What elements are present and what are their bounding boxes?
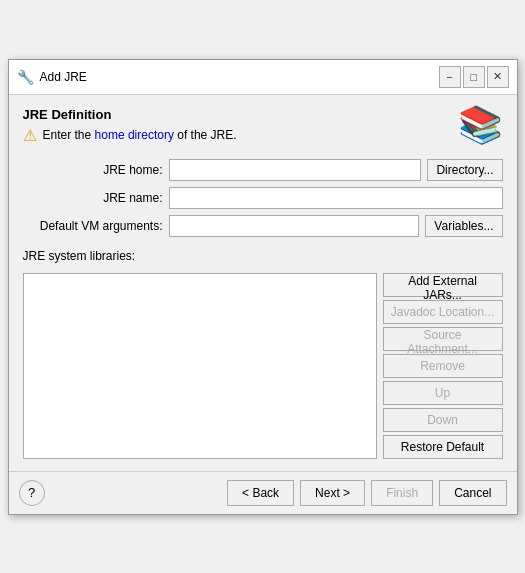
- header-right: 📚: [458, 107, 503, 143]
- libraries-list[interactable]: [23, 273, 377, 459]
- add-external-jars-button[interactable]: Add External JARs...: [383, 273, 503, 297]
- directory-button[interactable]: Directory...: [427, 159, 502, 181]
- window-title: Add JRE: [40, 70, 87, 84]
- back-button[interactable]: < Back: [227, 480, 294, 506]
- vm-args-input[interactable]: [169, 215, 420, 237]
- maximize-button[interactable]: □: [463, 66, 485, 88]
- jre-name-row: JRE name:: [23, 187, 503, 209]
- finish-button[interactable]: Finish: [371, 480, 433, 506]
- source-attachment-button[interactable]: Source Attachment...: [383, 327, 503, 351]
- warning-icon: ⚠: [23, 126, 37, 145]
- header-area: JRE Definition ⚠ Enter the home director…: [23, 107, 503, 151]
- add-jre-window: 🔧 Add JRE − □ ✕ JRE Definition ⚠ Enter t…: [8, 59, 518, 515]
- header-left: JRE Definition ⚠ Enter the home director…: [23, 107, 450, 151]
- down-button[interactable]: Down: [383, 408, 503, 432]
- footer-right: < Back Next > Finish Cancel: [227, 480, 506, 506]
- title-bar-left: 🔧 Add JRE: [17, 69, 87, 85]
- next-button[interactable]: Next >: [300, 480, 365, 506]
- minimize-button[interactable]: −: [439, 66, 461, 88]
- window-icon: 🔧: [17, 69, 34, 85]
- section-title: JRE Definition: [23, 107, 450, 122]
- jre-home-label: JRE home:: [23, 163, 163, 177]
- dialog-footer: ? < Back Next > Finish Cancel: [9, 471, 517, 514]
- system-libs-label: JRE system libraries:: [23, 249, 503, 263]
- jre-name-input[interactable]: [169, 187, 503, 209]
- jre-name-label: JRE name:: [23, 191, 163, 205]
- dialog-content: JRE Definition ⚠ Enter the home director…: [9, 95, 517, 471]
- restore-default-button[interactable]: Restore Default: [383, 435, 503, 459]
- libraries-buttons: Add External JARs... Javadoc Location...…: [383, 273, 503, 459]
- warning-text: Enter the home directory of the JRE.: [43, 128, 237, 142]
- jre-home-input[interactable]: [169, 159, 422, 181]
- books-icon: 📚: [458, 104, 503, 145]
- variables-button[interactable]: Variables...: [425, 215, 502, 237]
- libraries-area: Add External JARs... Javadoc Location...…: [23, 273, 503, 459]
- warning-link: home directory: [95, 128, 174, 142]
- javadoc-location-button[interactable]: Javadoc Location...: [383, 300, 503, 324]
- vm-args-label: Default VM arguments:: [23, 219, 163, 233]
- jre-home-row: JRE home: Directory...: [23, 159, 503, 181]
- title-bar: 🔧 Add JRE − □ ✕: [9, 60, 517, 95]
- help-button[interactable]: ?: [19, 480, 45, 506]
- footer-left: ?: [19, 480, 45, 506]
- warning-row: ⚠ Enter the home directory of the JRE.: [23, 126, 450, 145]
- up-button[interactable]: Up: [383, 381, 503, 405]
- remove-button[interactable]: Remove: [383, 354, 503, 378]
- close-button[interactable]: ✕: [487, 66, 509, 88]
- form-area: JRE home: Directory... JRE name: Default…: [23, 159, 503, 237]
- vm-args-row: Default VM arguments: Variables...: [23, 215, 503, 237]
- title-bar-controls: − □ ✕: [439, 66, 509, 88]
- cancel-button[interactable]: Cancel: [439, 480, 506, 506]
